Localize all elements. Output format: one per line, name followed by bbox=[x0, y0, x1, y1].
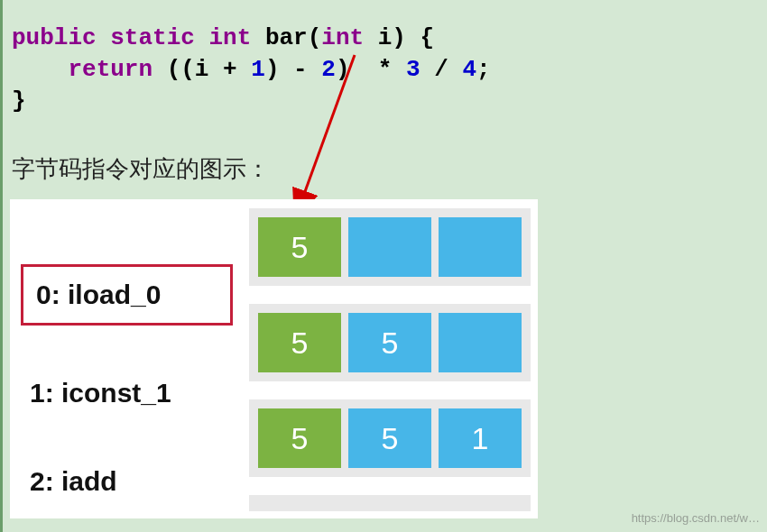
paren-close: ) bbox=[392, 24, 406, 51]
bytecode-diagram: 0: iload_0 1: iconst_1 2: iadd 5 5 5 5 5… bbox=[10, 199, 538, 518]
stack-row-1: 5 5 bbox=[249, 304, 531, 381]
stack-row-0: 5 bbox=[249, 208, 531, 286]
keyword-public: public bbox=[12, 24, 97, 51]
code-line-1: public static int bar(int i) { bbox=[12, 23, 758, 54]
code-line-2: return ((i + 1) - 2) * 3 / 4; bbox=[12, 54, 758, 86]
instruction-2: 2: iadd bbox=[21, 461, 233, 502]
stack-cell: 1 bbox=[439, 408, 522, 468]
function-name: bar bbox=[265, 24, 308, 51]
literal-2: 2 bbox=[321, 56, 336, 83]
stack-cell: 5 bbox=[258, 313, 341, 372]
stack-cell: 5 bbox=[348, 313, 431, 372]
code-block: public static int bar(int i) { return ((… bbox=[3, 0, 767, 126]
stack-cell bbox=[439, 217, 522, 277]
stack-cell: 5 bbox=[258, 408, 341, 468]
keyword-return: return bbox=[68, 56, 152, 83]
stack-cell bbox=[439, 313, 522, 372]
caption: 字节码指令对应的图示： bbox=[3, 126, 767, 194]
stack-cell: 5 bbox=[258, 217, 341, 277]
stack-row-partial bbox=[249, 495, 531, 511]
code-line-3: } bbox=[12, 86, 758, 117]
literal-1: 1 bbox=[251, 56, 265, 83]
stack-cell bbox=[348, 217, 431, 277]
brace-open: { bbox=[406, 24, 434, 51]
literal-3: 3 bbox=[406, 56, 420, 83]
watermark: https://blog.csdn.net/w… bbox=[632, 511, 760, 525]
stacks-column: 5 5 5 5 5 1 bbox=[249, 208, 531, 511]
instruction-column: 0: iload_0 1: iconst_1 2: iadd bbox=[21, 217, 233, 502]
stack-cell: 5 bbox=[348, 408, 431, 468]
param-type: int bbox=[321, 24, 364, 51]
instruction-0: 0: iload_0 bbox=[21, 264, 233, 326]
instruction-1: 1: iconst_1 bbox=[21, 372, 233, 414]
stack-row-2: 5 5 1 bbox=[249, 399, 531, 477]
param-name: i bbox=[364, 24, 392, 51]
literal-4: 4 bbox=[462, 56, 476, 83]
paren-open: ( bbox=[308, 24, 322, 51]
keyword-static: static bbox=[110, 24, 195, 51]
keyword-int: int bbox=[208, 24, 251, 51]
brace-close: } bbox=[12, 87, 26, 115]
